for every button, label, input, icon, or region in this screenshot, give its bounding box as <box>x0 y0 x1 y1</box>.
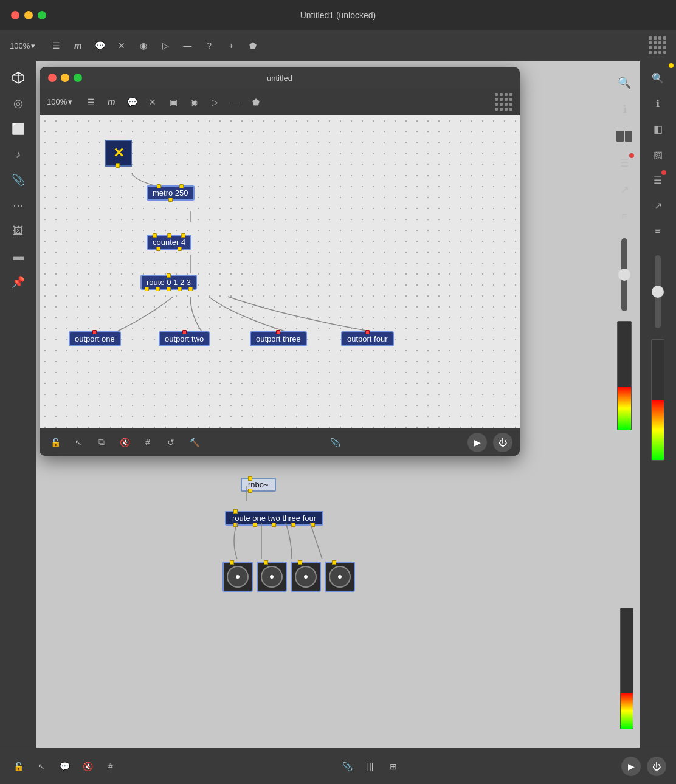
outer-right-split2-icon[interactable]: ▨ <box>647 143 669 165</box>
outer-zoom[interactable]: 100% ▾ <box>10 41 35 50</box>
sidebar-cube-icon[interactable] <box>7 67 29 89</box>
ibt-clip-icon[interactable]: 📎 <box>326 434 343 451</box>
right-list-icon[interactable]: ☰ <box>613 152 635 174</box>
dial-2-object[interactable] <box>257 562 287 592</box>
outer-tb-lines-icon[interactable]: ☰ <box>47 37 64 54</box>
outer-right-search-icon[interactable]: 🔍 <box>647 67 669 89</box>
metro-object[interactable]: metro 250 <box>147 185 195 201</box>
outer-max-btn[interactable] <box>38 11 46 19</box>
outer-right-slider-thumb[interactable] <box>652 286 664 298</box>
inner-tb-lines-icon[interactable]: ☰ <box>82 94 99 111</box>
sidebar-dots-icon[interactable]: ⋯ <box>7 194 29 216</box>
outer-tb-minus-icon[interactable]: — <box>179 37 196 54</box>
right-split-icon[interactable] <box>613 125 635 147</box>
obt-grid-icon[interactable]: # <box>102 758 119 775</box>
outport-three-object[interactable]: outport three <box>250 331 307 346</box>
sidebar-circle-icon[interactable]: ◎ <box>7 92 29 114</box>
inner-zoom[interactable]: 100% ▾ <box>47 97 72 106</box>
sidebar-image-icon[interactable]: 🖼 <box>7 220 29 242</box>
main-canvas: untitled 100% ▾ ☰ m 💬 ✕ ▣ ◉ ▷ — ⬟ <box>36 61 640 778</box>
obt-power-button[interactable]: ⏻ <box>647 757 666 776</box>
dial-2-indicator <box>270 575 274 579</box>
ibt-copy-icon[interactable]: ⧉ <box>93 434 110 451</box>
route-object[interactable]: route 0 1 2 3 <box>140 275 197 290</box>
route-outlet-1 <box>156 287 160 291</box>
toggle-object[interactable]: ✕ <box>105 140 132 167</box>
ibt-refresh-icon[interactable]: ↺ <box>162 434 179 451</box>
obt-grid2-icon[interactable]: ⊞ <box>385 758 402 775</box>
obt-bars-icon[interactable]: ||| <box>362 758 379 775</box>
right-search-icon[interactable]: 🔍 <box>613 72 635 94</box>
outer-right-slider-track[interactable] <box>655 255 661 328</box>
outer-tb-help-icon[interactable]: ? <box>201 37 218 54</box>
inner-close-btn[interactable] <box>48 74 57 82</box>
inner-tb-minus2-icon[interactable]: — <box>227 94 244 111</box>
route-long-object[interactable]: route one two three four <box>225 511 323 526</box>
outer-right-info-icon[interactable]: ℹ <box>647 92 669 114</box>
right-slider-thumb[interactable] <box>618 269 630 281</box>
right-panel-icons: 🔍 ℹ ☰ ↗ ≡ <box>609 67 640 435</box>
right-slider-track[interactable] <box>621 238 627 311</box>
outer-tb-circle-icon[interactable]: ◉ <box>135 37 152 54</box>
ibt-mute-icon[interactable]: 🔇 <box>116 434 133 451</box>
inner-tb-circle2-icon[interactable]: ◉ <box>185 94 202 111</box>
outer-right-split-icon[interactable]: ◧ <box>647 118 669 140</box>
outport-one-object[interactable]: outport one <box>69 331 121 346</box>
outer-min-btn[interactable] <box>24 11 33 19</box>
obt-clip-icon[interactable]: 📎 <box>339 758 356 775</box>
outer-tb-grid-icon[interactable] <box>649 37 666 54</box>
dial-1-object[interactable] <box>222 562 253 592</box>
outer-tb-m-icon[interactable]: m <box>69 37 86 54</box>
outer-tb-play-icon[interactable]: ▷ <box>157 37 174 54</box>
right-export-icon[interactable]: ↗ <box>613 179 635 201</box>
metro-inlet-2 <box>179 184 184 188</box>
ibt-cursor-icon[interactable]: ↖ <box>70 434 87 451</box>
obt-lock-icon[interactable]: 🔓 <box>10 758 27 775</box>
patch-canvas[interactable]: ✕ metro 250 <box>40 115 520 428</box>
sidebar-note-icon[interactable]: ♪ <box>7 143 29 165</box>
outer-tb-fill-icon[interactable]: ⬟ <box>244 37 261 54</box>
obt-speech-icon[interactable]: 💬 <box>56 758 73 775</box>
inner-tb-m-icon[interactable]: m <box>103 94 120 111</box>
right-info-icon[interactable]: ℹ <box>613 98 635 120</box>
outer-level-fill <box>621 693 633 729</box>
sidebar-monitor-icon[interactable]: ⬜ <box>7 118 29 140</box>
outer-right-lines-icon[interactable]: ≡ <box>647 220 669 242</box>
obt-play-button[interactable]: ▶ <box>621 757 641 776</box>
obt-cursor-icon[interactable]: ↖ <box>33 758 50 775</box>
outer-right-export-icon[interactable]: ↗ <box>647 194 669 216</box>
ibt-hammer-icon[interactable]: 🔨 <box>185 434 202 451</box>
inner-tb-x-icon[interactable]: ✕ <box>144 94 161 111</box>
dial-4-object[interactable] <box>325 562 355 592</box>
outer-right-list-icon[interactable]: ☰ <box>647 169 669 191</box>
sidebar-clip-icon[interactable]: 📎 <box>7 169 29 191</box>
dial-1-inner <box>227 566 249 588</box>
inner-tb-rect-icon[interactable]: ▣ <box>165 94 182 111</box>
outport-four-object[interactable]: outport four <box>341 331 394 346</box>
obt-mute-icon[interactable]: 🔇 <box>79 758 96 775</box>
outport-two-object[interactable]: outport two <box>159 331 210 346</box>
outer-tb-x-icon[interactable]: ✕ <box>113 37 130 54</box>
right-lines-icon[interactable]: ≡ <box>613 205 635 227</box>
inner-tb-comment-icon[interactable]: 💬 <box>123 94 140 111</box>
inner-zoom-arrow: ▾ <box>68 97 72 106</box>
ibt-play-button[interactable]: ▶ <box>467 433 487 452</box>
dial-3-object[interactable] <box>291 562 321 592</box>
counter-object[interactable]: counter 4 <box>147 235 191 250</box>
outer-tb-comment-icon[interactable]: 💬 <box>91 37 108 54</box>
inner-tb-grid-icon[interactable] <box>495 94 512 111</box>
inner-tb-fill-icon[interactable]: ⬟ <box>247 94 264 111</box>
inner-min-btn[interactable] <box>61 74 69 82</box>
sidebar-panel-icon[interactable]: ▬ <box>7 246 29 267</box>
outer-right-sidebar: 🔍 ℹ ◧ ▨ ☰ ↗ ≡ <box>640 61 676 778</box>
ibt-power-button[interactable]: ⏻ <box>493 433 512 452</box>
counter-outlet-1 <box>156 247 160 251</box>
ibt-lock-icon[interactable]: 🔓 <box>47 434 64 451</box>
rnbo-object[interactable]: rnbo~ <box>241 478 276 492</box>
inner-max-btn[interactable] <box>74 74 82 82</box>
ibt-grid-icon[interactable]: # <box>139 434 156 451</box>
inner-tb-play2-icon[interactable]: ▷ <box>206 94 223 111</box>
outer-tb-plus-icon[interactable]: + <box>222 37 240 54</box>
sidebar-pin-icon[interactable]: 📌 <box>7 271 29 293</box>
outer-close-btn[interactable] <box>11 11 19 19</box>
